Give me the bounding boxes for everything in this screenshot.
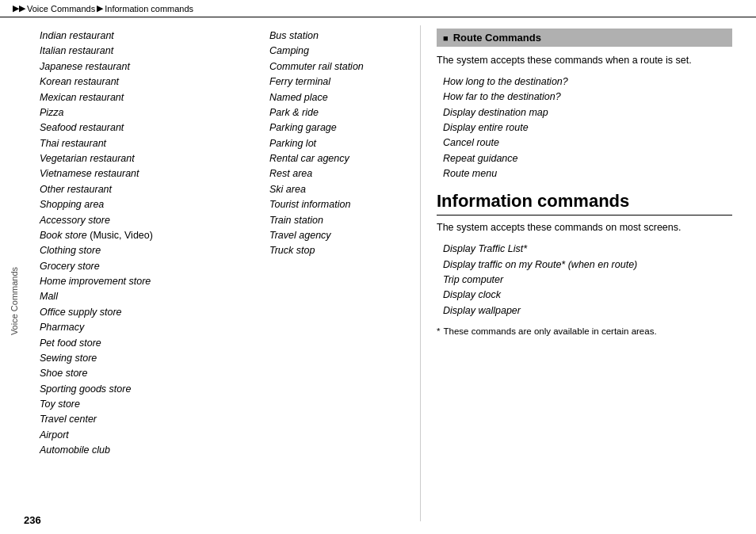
breadcrumb-part2: Information commands (105, 4, 193, 13)
list-item: Automobile club (40, 443, 262, 458)
breadcrumb-part1: Voice Commands (27, 4, 95, 13)
info-command-item: Trip computer (437, 273, 732, 288)
footnote-text: These commands are only available in cer… (443, 325, 656, 338)
list-item: Home improvement store (40, 274, 262, 289)
list-item: Clothing store (40, 243, 262, 258)
info-commands-title: Information commands (437, 191, 732, 216)
list-item: Mall (40, 289, 262, 304)
list-item: Truck stop (269, 243, 420, 258)
route-commands-header: Route Commands (437, 29, 732, 47)
list-item: Rest area (269, 166, 420, 181)
list-item: Park & ride (269, 105, 420, 120)
side-label: Voice Commands (10, 267, 19, 335)
route-commands-description: The system accepts these commands when a… (437, 53, 732, 68)
list-item: Parking garage (269, 120, 420, 135)
list-item: Seafood restaurant (40, 120, 262, 135)
info-command-item: Display wallpaper (437, 303, 732, 318)
page-number: 236 (24, 514, 41, 526)
list-item: Vietnamese restaurant (40, 166, 262, 181)
list-item: Pet food store (40, 336, 262, 351)
route-command-item: Display destination map (437, 105, 732, 120)
list-item: Commuter rail station (269, 59, 420, 74)
list-item: Office supply store (40, 305, 262, 320)
list-item: Airport (40, 428, 262, 443)
info-command-item: Display Traffic List* (437, 242, 732, 257)
list-item: Travel agency (269, 228, 420, 243)
route-command-item: Display entire route (437, 120, 732, 135)
list-item: Thai restaurant (40, 136, 262, 151)
list-item: Ferry terminal (269, 74, 420, 90)
list-item: Travel center (40, 412, 262, 427)
list-item: Shoe store (40, 366, 262, 381)
route-command-item: Cancel route (437, 135, 732, 151)
route-command-item: Route menu (437, 166, 732, 181)
list-item: Korean restaurant (40, 74, 262, 90)
right-column: Route Commands The system accepts these … (420, 25, 732, 521)
list-item: Grocery store (40, 259, 262, 274)
list-item: Sewing store (40, 351, 262, 366)
list-item: Camping (269, 44, 420, 59)
list-item: Bus station (269, 29, 420, 44)
list-item: Ski area (269, 182, 420, 197)
route-command-item: Repeat guidance (437, 151, 732, 166)
footnote: * These commands are only available in c… (437, 325, 732, 338)
breadcrumb-bar: ▶▶ Voice Commands ▶ Information commands (0, 0, 756, 17)
list-item: Vegetarian restaurant (40, 151, 262, 166)
list-item: Mexican restaurant (40, 90, 262, 105)
route-commands-title: Route Commands (453, 32, 541, 44)
route-command-item: How far to the destination? (437, 90, 732, 105)
list-item: Indian restaurant (40, 29, 262, 44)
middle-column: Bus station Camping Commuter rail statio… (262, 25, 420, 521)
info-command-item: Display clock (437, 288, 732, 303)
list-item: Book store (Music, Video) (40, 228, 262, 243)
list-item: Shopping area (40, 197, 262, 212)
list-item: Sporting goods store (40, 382, 262, 397)
main-content: Indian restaurant Italian restaurant Jap… (0, 17, 756, 529)
list-item: Pizza (40, 105, 262, 120)
list-item: Italian restaurant (40, 44, 262, 59)
left-column: Indian restaurant Italian restaurant Jap… (40, 25, 262, 521)
info-commands-description: The system accepts these commands on mos… (437, 220, 732, 235)
list-item: Train station (269, 213, 420, 228)
list-item: Other restaurant (40, 182, 262, 197)
list-item: Named place (269, 90, 420, 105)
list-item: Rental car agency (269, 151, 420, 166)
list-item: Accessory store (40, 213, 262, 228)
route-command-item: How long to the destination? (437, 74, 732, 90)
list-item: Toy store (40, 397, 262, 412)
list-item: Tourist information (269, 197, 420, 212)
info-command-item: Display traffic on my Route* (when en ro… (437, 257, 732, 273)
footnote-star: * (437, 325, 440, 338)
list-item: Pharmacy (40, 320, 262, 335)
list-item: Japanese restaurant (40, 59, 262, 74)
breadcrumb-arrow2: ▶ (97, 3, 103, 13)
list-item: Parking lot (269, 136, 420, 151)
breadcrumb-arrows: ▶▶ (13, 3, 25, 13)
